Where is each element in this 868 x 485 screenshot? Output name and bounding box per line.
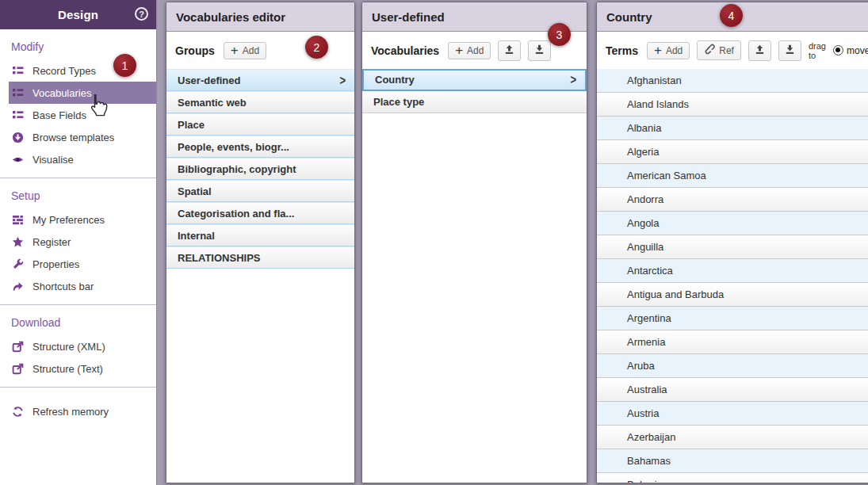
sidebar-item-label: Visualise bbox=[33, 154, 74, 166]
term-row[interactable]: Austria bbox=[597, 402, 868, 426]
term-row[interactable]: Algeria bbox=[597, 140, 868, 164]
term-row[interactable]: Aruba bbox=[597, 354, 868, 378]
upload-icon bbox=[755, 44, 765, 57]
term-row[interactable]: Albania bbox=[597, 116, 868, 140]
group-row[interactable]: Categorisation and fla... > bbox=[166, 202, 354, 224]
group-row[interactable]: Place > bbox=[166, 113, 354, 136]
step-badge-4: 4 bbox=[720, 4, 743, 27]
term-row[interactable]: Andorra bbox=[597, 188, 868, 212]
sidebar-item-vocabularies[interactable]: Vocabularies bbox=[9, 82, 156, 104]
radio-checked-icon[interactable] bbox=[833, 45, 843, 55]
term-row[interactable]: Antarctica bbox=[597, 259, 868, 283]
group-row[interactable]: Internal > bbox=[166, 224, 354, 246]
group-row-label: RELATIONSHIPS bbox=[178, 247, 261, 269]
group-row-label: Bibliographic, copyright bbox=[178, 158, 296, 180]
add-button-label: Add bbox=[666, 45, 683, 56]
vocabulary-row-label: Place type bbox=[373, 92, 424, 113]
add-term-button[interactable]: + Add bbox=[647, 42, 690, 59]
curved-arrow-icon bbox=[12, 281, 24, 292]
sidebar-item-register[interactable]: Register bbox=[0, 231, 156, 253]
step-badge-2: 2 bbox=[305, 36, 328, 59]
sidebar-item-label: Shortcuts bar bbox=[33, 281, 94, 292]
term-row[interactable]: Bahrain bbox=[597, 473, 868, 483]
term-row[interactable]: American Samoa bbox=[597, 164, 868, 188]
sidebar-item-label: Register bbox=[33, 236, 71, 248]
sidebar-item-base-fields[interactable]: Base Fields bbox=[0, 104, 156, 126]
preferences-icon bbox=[12, 214, 24, 226]
vocabulary-row-label: Country bbox=[375, 70, 415, 90]
list-icon bbox=[12, 109, 24, 121]
group-row[interactable]: Spatial > bbox=[166, 180, 354, 202]
term-row[interactable]: Angola bbox=[597, 212, 868, 235]
download-icon bbox=[534, 44, 545, 57]
group-row-label: Semantic web bbox=[178, 92, 247, 113]
term-row[interactable]: Bahamas bbox=[597, 449, 868, 473]
sidebar-item-structure-xml[interactable]: Structure (XML) bbox=[0, 335, 156, 357]
download-icon bbox=[785, 44, 795, 57]
sidebar-item-my-preferences[interactable]: My Preferences bbox=[0, 208, 156, 231]
plus-icon: + bbox=[231, 46, 239, 55]
step-badge-1: 1 bbox=[113, 54, 136, 77]
sidebar-item-shortcuts-bar[interactable]: Shortcuts bar bbox=[0, 275, 156, 297]
help-icon[interactable]: ? bbox=[135, 7, 148, 21]
country-terms-panel: Country Terms + Add Ref bbox=[596, 2, 868, 483]
sidebar-footer: Refresh memory bbox=[0, 388, 156, 435]
group-row[interactable]: Bibliographic, copyright > bbox=[166, 158, 354, 180]
sidebar-item-label: Structure (XML) bbox=[33, 341, 105, 353]
terms-toolbar: Terms + Add Ref drag to bbox=[597, 32, 868, 69]
add-button-label: Add bbox=[467, 45, 484, 56]
term-row[interactable]: Australia bbox=[597, 378, 868, 402]
drag-move-radio[interactable]: move bbox=[833, 45, 868, 56]
refresh-icon bbox=[12, 406, 24, 418]
term-row[interactable]: Azerbaijan bbox=[597, 426, 868, 449]
group-row[interactable]: User-defined > bbox=[166, 69, 354, 91]
group-row-label: User-defined bbox=[178, 70, 240, 91]
sidebar-item-visualise[interactable]: Visualise bbox=[0, 148, 156, 170]
panel-title-text: Country bbox=[606, 10, 652, 24]
step-badge-3: 3 bbox=[548, 23, 571, 46]
export-terms-button[interactable] bbox=[778, 40, 801, 61]
link-icon bbox=[704, 44, 715, 57]
sidebar-section-setup: Setup My Preferences Register Properties bbox=[0, 178, 156, 305]
sidebar-item-refresh-memory[interactable]: Refresh memory bbox=[0, 400, 156, 422]
term-row[interactable]: Anguilla bbox=[597, 235, 868, 259]
vocabulary-row[interactable]: Place type > bbox=[362, 91, 587, 113]
ref-term-button[interactable]: Ref bbox=[697, 40, 741, 60]
term-row[interactable]: Armenia bbox=[597, 330, 868, 354]
plus-icon: + bbox=[455, 46, 463, 55]
add-group-button[interactable]: + Add bbox=[224, 42, 266, 59]
sidebar-header: Design ? bbox=[0, 0, 156, 29]
group-row[interactable]: People, events, biogr... > bbox=[166, 136, 354, 158]
list-icon bbox=[12, 87, 24, 99]
group-row-label: Spatial bbox=[178, 181, 212, 202]
terms-label: Terms bbox=[606, 44, 638, 57]
plus-icon: + bbox=[654, 46, 662, 55]
term-row[interactable]: Antigua and Barbuda bbox=[597, 283, 868, 307]
sidebar-section-modify: Modify Record Types Vocabularies Base Fi… bbox=[0, 29, 156, 178]
sidebar-item-properties[interactable]: Properties bbox=[0, 253, 156, 275]
panel-title-vocabularies-editor: Vocabularies editor bbox=[166, 2, 354, 32]
group-row[interactable]: RELATIONSHIPS > bbox=[166, 246, 354, 269]
import-terms-button[interactable] bbox=[748, 40, 771, 61]
term-row[interactable]: Argentina bbox=[597, 307, 868, 330]
export-vocabulary-button[interactable] bbox=[528, 40, 551, 61]
terms-list: Afghanistan Aland Islands Albania Algeri… bbox=[597, 69, 868, 483]
term-row[interactable]: Aland Islands bbox=[597, 93, 868, 116]
sidebar-item-structure-text[interactable]: Structure (Text) bbox=[0, 357, 156, 380]
import-vocabulary-button[interactable] bbox=[498, 40, 521, 61]
external-link-icon bbox=[12, 363, 24, 375]
external-link-icon bbox=[12, 341, 24, 353]
term-row[interactable]: Afghanistan bbox=[597, 69, 868, 93]
group-row-label: People, events, biogr... bbox=[178, 136, 289, 158]
group-row-label: Internal bbox=[178, 225, 215, 246]
chevron-right-icon: > bbox=[570, 67, 576, 92]
sidebar-item-browse-templates[interactable]: Browse templates bbox=[0, 126, 156, 148]
vocabulary-row[interactable]: Country > bbox=[362, 69, 587, 91]
app-window: Design ? Modify Record Types Vocabularie… bbox=[0, 0, 868, 485]
wrench-icon bbox=[12, 258, 24, 270]
group-row[interactable]: Semantic web > bbox=[166, 91, 354, 113]
groups-label: Groups bbox=[175, 44, 215, 57]
group-row-label: Place bbox=[178, 114, 205, 136]
sidebar-item-label: Base Fields bbox=[33, 109, 86, 121]
add-vocabulary-button[interactable]: + Add bbox=[448, 42, 491, 59]
